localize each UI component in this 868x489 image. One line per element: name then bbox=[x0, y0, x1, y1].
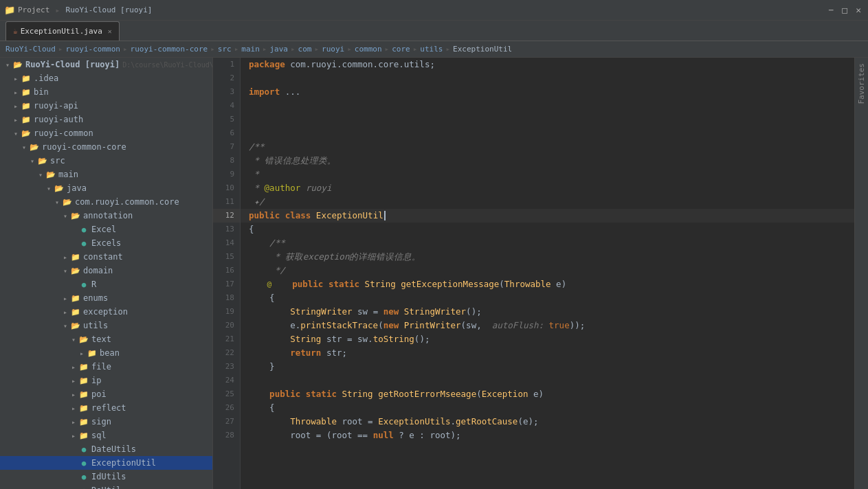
tree-item-sql[interactable]: 📁 sql bbox=[0, 429, 212, 442]
line-num-19: 19 bbox=[213, 305, 240, 319]
tree-item-IdUtils[interactable]: ● IdUtils bbox=[0, 470, 212, 484]
tree-item-idea[interactable]: 📁 .idea bbox=[0, 71, 212, 85]
breadcrumb: RuoYi-Cloud ▸ ruoyi-common ▸ ruoyi-commo… bbox=[0, 41, 868, 58]
tree-item-ExceptionUtil[interactable]: ● ExceptionUtil bbox=[0, 456, 212, 470]
class-icon: ● bbox=[78, 279, 89, 290]
project-icon: 📁 bbox=[4, 5, 15, 15]
tree-item-reflect[interactable]: 📁 reflect bbox=[0, 401, 212, 415]
arrow-icon bbox=[3, 61, 12, 69]
tree-label: bean bbox=[100, 348, 120, 358]
code-line-2 bbox=[241, 71, 854, 85]
nav-plus[interactable]: □ bbox=[839, 5, 850, 15]
tree-item-ruoyi-common-core[interactable]: 📂 ruoyi-common-core bbox=[0, 140, 212, 154]
code-line-23: } bbox=[241, 360, 854, 374]
tree-label: constant bbox=[83, 252, 123, 262]
folder-icon: 📁 bbox=[78, 430, 89, 441]
tree-item-bean[interactable]: 📁 bean bbox=[0, 346, 212, 360]
tab-bar: ☕ ExceptionUtil.java ✕ bbox=[0, 21, 868, 41]
line-num-21: 21 bbox=[213, 332, 240, 346]
line-num-18: 18 bbox=[213, 291, 240, 305]
folder-icon: 📁 bbox=[21, 100, 32, 111]
folder-icon: 📁 bbox=[78, 416, 89, 427]
tree-label: ruoyi-common-core bbox=[42, 142, 126, 152]
arrow-icon bbox=[19, 144, 29, 151]
tree-label: exception bbox=[83, 307, 128, 317]
line-num-20: 20 bbox=[213, 319, 240, 332]
bread-ruoyi[interactable]: ruoyi bbox=[322, 45, 344, 54]
tree-item-DateUtils[interactable]: ● DateUtils bbox=[0, 442, 212, 456]
tree-item-bin[interactable]: 📁 bin bbox=[0, 85, 212, 99]
arrow-icon bbox=[69, 391, 78, 398]
bread-main[interactable]: main bbox=[241, 45, 260, 54]
tree-item-poi[interactable]: 📁 poi bbox=[0, 387, 212, 401]
nav-separator: ▸ bbox=[55, 5, 60, 15]
tree-item-ip[interactable]: 📁 ip bbox=[0, 374, 212, 387]
tree-item-java[interactable]: 📂 java bbox=[0, 181, 212, 195]
folder-icon: 📁 bbox=[78, 361, 89, 372]
tab-close-icon[interactable]: ✕ bbox=[108, 27, 112, 35]
tree-item-file[interactable]: 📁 file bbox=[0, 360, 212, 374]
tree-item-R[interactable]: ● R bbox=[0, 277, 212, 291]
tree-item-Excels[interactable]: ● Excels bbox=[0, 236, 212, 250]
code-line-3: import ... bbox=[241, 85, 854, 99]
tree-item-text[interactable]: 📂 text bbox=[0, 332, 212, 346]
tree-label: .idea bbox=[34, 73, 58, 83]
line-num-23: 23 bbox=[213, 360, 240, 374]
bread-utils[interactable]: utils bbox=[420, 45, 443, 54]
tree-item-main[interactable]: 📂 main bbox=[0, 168, 212, 181]
class-icon: ● bbox=[78, 485, 89, 489]
arrow-icon bbox=[11, 116, 21, 124]
nav-close[interactable]: ✕ bbox=[853, 5, 864, 15]
favorites-label[interactable]: Favorites bbox=[854, 58, 868, 110]
arrow-icon bbox=[60, 253, 70, 261]
tree-item-constant[interactable]: 📁 constant bbox=[0, 250, 212, 264]
arrow-icon bbox=[11, 130, 21, 137]
tree-item-utils[interactable]: 📂 utils bbox=[0, 319, 212, 332]
tree-item-ruoyi-cloud-root[interactable]: 📂 RuoYi-Cloud [ruoyi] D:\course\RuoYi-Cl… bbox=[0, 58, 212, 71]
folder-icon: 📂 bbox=[54, 183, 65, 194]
bread-core[interactable]: core bbox=[392, 45, 410, 54]
folder-icon: 📁 bbox=[70, 293, 81, 304]
code-editor[interactable]: 1 2 3 4 5 6 7 8 9 10 11 12 13 14 15 16 1… bbox=[213, 58, 854, 489]
tab-exceptionutil[interactable]: ☕ ExceptionUtil.java ✕ bbox=[5, 21, 120, 41]
folder-icon: 📁 bbox=[21, 73, 32, 84]
arrow-icon bbox=[11, 89, 21, 96]
bread-exceptionutil[interactable]: ExceptionUtil bbox=[453, 45, 512, 54]
bread-com[interactable]: com bbox=[298, 45, 312, 54]
code-line-10: * @author ruoyi bbox=[241, 181, 854, 195]
tree-item-ReUtil[interactable]: ● ReUtil bbox=[0, 484, 212, 489]
code-line-4 bbox=[241, 99, 854, 113]
arrow-icon bbox=[60, 308, 70, 316]
tree-label: RuoYi-Cloud [ruoyi] bbox=[25, 60, 120, 69]
arrow-icon bbox=[11, 75, 21, 82]
arrow-icon bbox=[69, 418, 78, 426]
bread-src[interactable]: src bbox=[218, 45, 232, 54]
tree-item-ruoyi-api[interactable]: 📁 ruoyi-api bbox=[0, 99, 212, 113]
tree-item-exception[interactable]: 📁 exception bbox=[0, 305, 212, 319]
arrow-icon bbox=[52, 198, 62, 206]
bread-ruoyi-common[interactable]: ruoyi-common bbox=[65, 45, 120, 54]
tree-item-sign[interactable]: 📁 sign bbox=[0, 415, 212, 429]
code-line-17: @ public static String getExceptionMessa… bbox=[241, 277, 854, 291]
tree-label: sign bbox=[91, 417, 111, 427]
line-num-7: 7 bbox=[213, 140, 240, 154]
line-num-22: 22 bbox=[213, 346, 240, 360]
tree-label: ruoyi-common bbox=[34, 128, 93, 138]
class-icon: ● bbox=[78, 457, 89, 468]
tree-label: domain bbox=[83, 266, 113, 275]
tree-item-ruoyi-common[interactable]: 📂 ruoyi-common bbox=[0, 126, 212, 140]
tree-label: text bbox=[91, 334, 111, 344]
tree-item-src[interactable]: 📂 src bbox=[0, 154, 212, 168]
bread-ruoyicloud[interactable]: RuoYi-Cloud bbox=[5, 45, 56, 54]
tree-item-ruoyi-auth[interactable]: 📁 ruoyi-auth bbox=[0, 113, 212, 126]
tree-item-annotation[interactable]: 📂 annotation bbox=[0, 209, 212, 223]
tree-item-domain[interactable]: 📂 domain bbox=[0, 264, 212, 277]
bread-ruoyi-common-core[interactable]: ruoyi-common-core bbox=[131, 45, 208, 54]
nav-minus[interactable]: − bbox=[826, 5, 837, 15]
bread-common[interactable]: common bbox=[355, 45, 382, 54]
tree-item-Excel[interactable]: ● Excel bbox=[0, 223, 212, 236]
tree-item-com-ruoyi-common-core[interactable]: 📂 com.ruoyi.common.core bbox=[0, 195, 212, 209]
code-content: package com.ruoyi.common.core.utils; imp… bbox=[241, 58, 854, 489]
bread-java[interactable]: java bbox=[269, 45, 288, 54]
tree-item-enums[interactable]: 📁 enums bbox=[0, 291, 212, 305]
